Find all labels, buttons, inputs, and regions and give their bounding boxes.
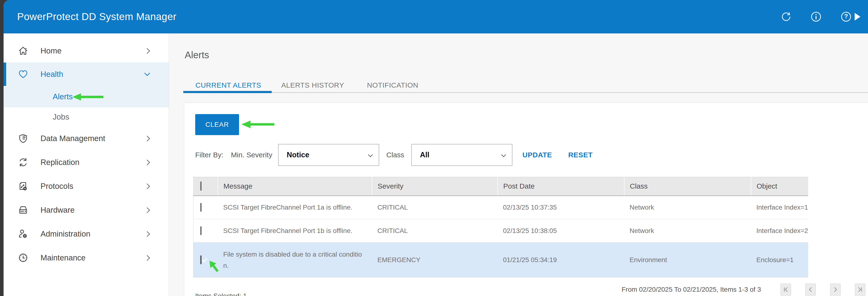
sidebar-item-administration[interactable]: Administration [4, 222, 169, 246]
home-icon [18, 46, 28, 56]
select-all-checkbox[interactable] [200, 182, 202, 191]
sidebar-item-health[interactable]: Health [4, 62, 169, 86]
sidebar-item-label: Maintenance [40, 253, 86, 262]
min-severity-value: Notice [287, 151, 309, 159]
cell-message: File system is disabled due to a critica… [218, 243, 372, 277]
sidebar-item-replication[interactable]: Replication [4, 151, 169, 174]
last-page-button[interactable] [855, 284, 865, 296]
annotation-arrow-alerts [72, 92, 104, 101]
chevron-down-icon [501, 152, 506, 157]
sidebar: Home Health Alerts Jobs [4, 33, 169, 296]
app-window: PowerProtect DD System Manager ? Home [4, 0, 868, 296]
row-checkbox[interactable] [200, 226, 202, 235]
reset-button[interactable]: RESET [568, 151, 593, 159]
refresh-icon[interactable] [781, 12, 791, 22]
tabstrip-divider [183, 92, 868, 93]
help-icon[interactable]: ? [841, 11, 851, 22]
column-header-post-date: Post Date [498, 177, 624, 196]
sidebar-item-hardware[interactable]: Hardware [4, 198, 169, 222]
sidebar-item-label: Administration [40, 230, 90, 239]
chevron-down-icon [144, 70, 150, 76]
table-row-selected[interactable]: File system is disabled due to a critica… [193, 243, 808, 277]
caret-right-icon[interactable] [855, 13, 860, 21]
previous-page-button[interactable] [805, 284, 816, 296]
alerts-table: Message Severity Post Date Class Object … [193, 177, 808, 277]
column-header-severity: Severity [372, 177, 498, 196]
filter-by-label: Filter By: [195, 151, 231, 159]
cell-class: Environment [624, 243, 751, 277]
column-header-object: Object [751, 177, 808, 196]
sidebar-item-home[interactable]: Home [4, 39, 169, 62]
class-select[interactable]: All [411, 144, 513, 166]
cell-post-date: 02/13/25 10:37:35 [498, 196, 624, 219]
next-page-button[interactable] [830, 284, 841, 296]
tab-current-alerts[interactable]: CURRENT ALERTS [195, 81, 261, 89]
user-gear-icon [18, 229, 28, 239]
cell-post-date: 02/13/25 10:38:05 [498, 219, 624, 243]
table-header-row: Message Severity Post Date Class Object [193, 177, 808, 196]
tab-alerts-history[interactable]: ALERTS HISTORY [281, 81, 344, 89]
row-checkbox-checked[interactable] [200, 255, 202, 264]
class-label: Class [386, 151, 411, 159]
sidebar-item-label: Hardware [40, 206, 74, 215]
heart-icon [18, 69, 28, 80]
sidebar-item-maintenance[interactable]: Maintenance [4, 246, 169, 270]
items-selected-label: Items Selected: 1 [195, 292, 247, 296]
sidebar-group-health: Health Alerts [4, 62, 169, 107]
sync-icon [18, 157, 28, 167]
tab-notification[interactable]: NOTIFICATION [367, 81, 418, 89]
table-row[interactable]: SCSI Target FibreChannel Port 1a is offl… [193, 196, 808, 219]
sidebar-item-protocols[interactable]: Protocols [4, 174, 169, 198]
info-icon[interactable] [811, 11, 821, 22]
row-checkbox[interactable] [200, 203, 202, 212]
chevron-down-icon [368, 152, 373, 157]
cell-message: SCSI Target FibreChannel Port 1b is offl… [218, 219, 372, 243]
sidebar-item-label: Data Management [40, 134, 105, 143]
table-row[interactable]: SCSI Target FibreChannel Port 1b is offl… [193, 219, 808, 243]
sidebar-item-jobs[interactable]: Jobs [4, 107, 169, 127]
filter-bar: Filter By: Min. Severity Notice Class Al… [195, 144, 593, 166]
chevron-right-icon [144, 183, 150, 189]
chevron-right-icon [144, 207, 150, 213]
cell-object: Enclosure=1 [751, 243, 808, 277]
chevron-right-icon [144, 48, 150, 54]
storage-icon [18, 205, 28, 215]
sidebar-subitem-label: Jobs [53, 112, 69, 122]
header-actions: ? [781, 0, 868, 33]
clock-icon [18, 252, 28, 263]
alerts-panel: CLEAR Filter By: Min. Severity Notice Cl… [184, 103, 868, 296]
cell-object: Interface Index=2 [751, 219, 808, 243]
cell-severity: CRITICAL [372, 196, 498, 219]
chevron-right-icon [144, 255, 150, 261]
active-tab-underline [183, 91, 272, 93]
column-header-message: Message [218, 177, 372, 196]
cell-message: SCSI Target FibreChannel Port 1a is offl… [218, 196, 372, 219]
update-button[interactable]: UPDATE [522, 151, 552, 159]
shield-icon [18, 133, 28, 144]
sidebar-item-alerts[interactable]: Alerts [4, 86, 169, 107]
first-page-button[interactable] [780, 284, 791, 296]
sidebar-item-label: Health [40, 70, 63, 79]
sidebar-item-label: Protocols [40, 182, 73, 191]
annotation-cursor-arrow [207, 260, 221, 278]
svg-text:?: ? [844, 12, 848, 20]
cell-object: Interface Index=1 [751, 196, 808, 219]
sidebar-item-label: Replication [40, 158, 80, 167]
app-header: PowerProtect DD System Manager ? [4, 0, 868, 33]
class-value: All [420, 151, 430, 159]
min-severity-select[interactable]: Notice [278, 144, 379, 166]
chevron-right-icon [144, 231, 150, 237]
sidebar-item-data-management[interactable]: Data Management [4, 127, 169, 151]
cell-class: Network [624, 196, 751, 219]
app-title: PowerProtect DD System Manager [17, 0, 177, 33]
clear-button[interactable]: CLEAR [195, 114, 239, 135]
pagination-range-label: From 02/20/2025 To 02/21/2025, Items 1-3… [622, 286, 761, 293]
pagination: From 02/20/2025 To 02/21/2025, Items 1-3… [622, 284, 865, 296]
cell-post-date: 01/21/25 05:34:19 [498, 243, 624, 277]
column-header-class: Class [624, 177, 751, 196]
sidebar-item-label: Home [40, 46, 61, 55]
min-severity-label: Min. Severity [231, 151, 278, 159]
document-gear-icon [18, 181, 28, 191]
cell-class: Network [624, 219, 751, 243]
chevron-right-icon [144, 136, 150, 141]
